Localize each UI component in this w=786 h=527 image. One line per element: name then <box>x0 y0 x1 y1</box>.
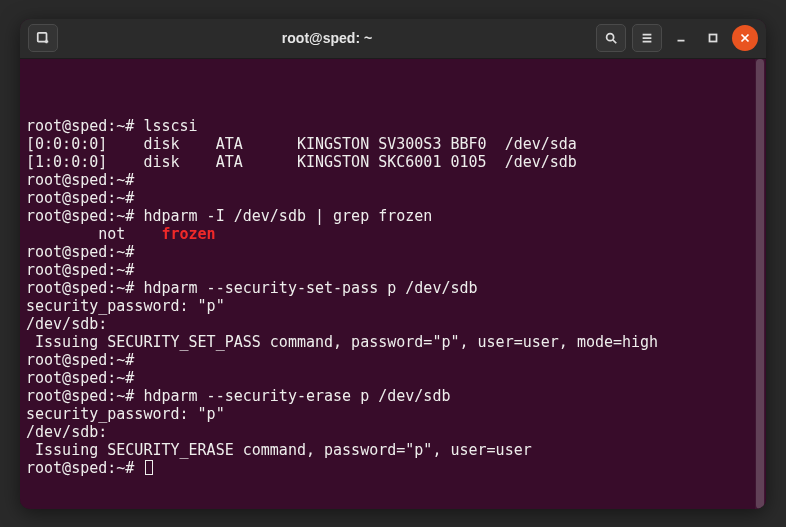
svg-rect-0 <box>38 33 47 42</box>
close-button[interactable] <box>732 25 758 51</box>
terminal-line: /dev/sdb: <box>26 315 760 333</box>
svg-line-4 <box>613 40 617 44</box>
search-button[interactable] <box>596 24 626 52</box>
terminal-line: [1:0:0:0] disk ATA KINGSTON SKC6001 0105… <box>26 153 760 171</box>
terminal-line: root@sped:~# <box>26 171 760 189</box>
terminal-window: root@sped: ~ root@sped:~# lsscsi[0:0:0:0… <box>20 19 766 509</box>
menu-button[interactable] <box>632 24 662 52</box>
terminal-line: not frozen <box>26 225 760 243</box>
scrollbar-thumb[interactable] <box>756 59 764 509</box>
terminal-line: root@sped:~# hdparm --security-set-pass … <box>26 279 760 297</box>
terminal-line: [0:0:0:0] disk ATA KINGSTON SV300S3 BBF0… <box>26 135 760 153</box>
terminal-line: root@sped:~# <box>26 369 760 387</box>
terminal-body[interactable]: root@sped:~# lsscsi[0:0:0:0] disk ATA KI… <box>20 59 766 509</box>
terminal-line: root@sped:~# <box>26 261 760 279</box>
terminal-line: security_password: "p" <box>26 405 760 423</box>
terminal-line: root@sped:~# hdparm --security-erase p /… <box>26 387 760 405</box>
maximize-button[interactable] <box>700 25 726 51</box>
terminal-line: root@sped:~# <box>26 243 760 261</box>
terminal-line: root@sped:~# <box>26 459 760 477</box>
terminal-line: root@sped:~# lsscsi <box>26 117 760 135</box>
terminal-line: /dev/sdb: <box>26 423 760 441</box>
titlebar: root@sped: ~ <box>20 19 766 59</box>
terminal-line: Issuing SECURITY_SET_PASS command, passw… <box>26 333 760 351</box>
terminal-line: Issuing SECURITY_ERASE command, password… <box>26 441 760 459</box>
window-title: root@sped: ~ <box>58 30 596 46</box>
svg-point-3 <box>607 34 614 41</box>
scrollbar[interactable] <box>755 59 765 509</box>
minimize-button[interactable] <box>668 25 694 51</box>
terminal-line: root@sped:~# <box>26 189 760 207</box>
svg-rect-9 <box>710 35 717 42</box>
cursor <box>145 460 153 475</box>
new-tab-button[interactable] <box>28 24 58 52</box>
terminal-line: security_password: "p" <box>26 297 760 315</box>
terminal-line: root@sped:~# hdparm -I /dev/sdb | grep f… <box>26 207 760 225</box>
terminal-line: root@sped:~# <box>26 351 760 369</box>
